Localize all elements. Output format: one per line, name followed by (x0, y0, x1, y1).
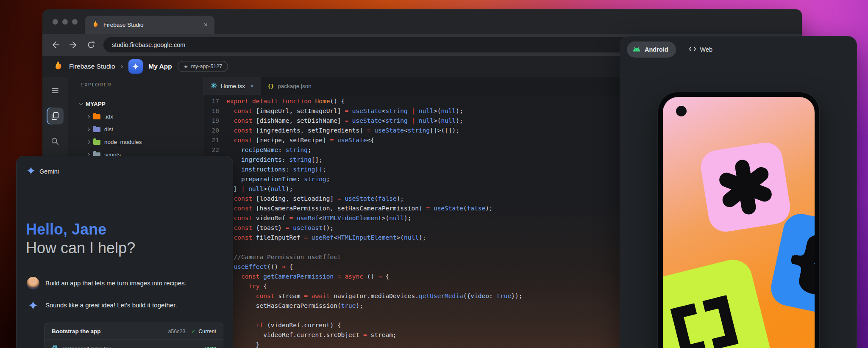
spark-icon (184, 64, 188, 69)
explorer-files-button[interactable] (47, 108, 64, 124)
firebase-flame-icon (53, 60, 64, 73)
json-braces-icon: {} (267, 83, 274, 89)
chat-message-text: Sounds like a great idea! Let's build it… (45, 299, 177, 312)
tree-item-node-modules[interactable]: node_modules (68, 135, 203, 148)
url-text: studio.firebase.google.com (112, 41, 185, 48)
react-icon (210, 82, 217, 90)
browser-tab[interactable]: Firebase Studio × (85, 16, 214, 34)
window-control-dot[interactable] (62, 19, 68, 25)
folder-icon (93, 114, 100, 119)
gemini-title: Gemini (39, 168, 59, 175)
editor-tab-package-json[interactable]: {} package.json (261, 77, 318, 95)
user-avatar (27, 277, 39, 290)
preview-tabs: Android Web (620, 36, 857, 58)
bracket-shapes (670, 295, 739, 348)
code-brackets-icon (689, 46, 696, 53)
commit-hash: a56c23 (168, 329, 185, 334)
reload-button[interactable] (86, 39, 97, 50)
chat-message-gemini: Sounds like a great idea! Let's build it… (27, 299, 223, 312)
chat-message-user: Build an app that lets me turn images in… (27, 277, 223, 290)
asterisk-shape (714, 156, 777, 219)
greeting-line1: Hello, Jane (26, 220, 223, 239)
check-icon: ✓ (191, 328, 196, 334)
browser-tab-title: Firebase Studio (103, 22, 144, 28)
project-id-badge[interactable]: my-app-5127 (178, 61, 228, 72)
tree-item-dist[interactable]: dist (68, 123, 203, 135)
file-path: src/pages/Home.tsx (62, 345, 204, 348)
task-card-file-row[interactable]: src/pages/Home.tsx +122 (45, 340, 223, 348)
chevron-right-icon (86, 114, 90, 119)
back-button[interactable] (50, 39, 61, 50)
tree-root-myapp[interactable]: MYAPP (68, 97, 203, 110)
task-card[interactable]: Bootstrap the app a56c23 ✓ Current src/p… (45, 323, 223, 348)
window-control-dot[interactable] (72, 19, 78, 25)
task-title: Bootstrap the app (52, 328, 168, 334)
chevron-down-icon (79, 101, 83, 105)
project-id: my-app-5127 (191, 64, 223, 69)
forward-button[interactable] (68, 39, 79, 50)
phone-screen: { (663, 97, 815, 348)
status-badge: Current (198, 329, 216, 334)
react-icon (52, 344, 58, 348)
tab-close-icon[interactable]: × (204, 21, 208, 29)
menu-button[interactable] (47, 82, 64, 99)
gemini-sparkle-icon (27, 299, 39, 312)
greeting-line2: How can I help? (26, 239, 223, 257)
folder-icon (93, 140, 100, 145)
file-tree: MYAPP .idx dist node_modules (68, 97, 203, 161)
brand-title[interactable]: Firebase Studio (69, 63, 115, 70)
task-card-header: Bootstrap the app a56c23 ✓ Current (45, 323, 223, 340)
gemini-header: Gemini (17, 156, 233, 176)
search-button[interactable] (47, 133, 64, 150)
curly-brace-shape: { (777, 224, 815, 296)
blue-tile: { (768, 211, 815, 320)
camera-punch-hole-icon (676, 106, 687, 116)
breadcrumb-separator: › (121, 62, 123, 71)
tab-web[interactable]: Web (689, 46, 713, 53)
explorer-title: EXPLORER (81, 82, 203, 87)
firebase-flame-icon (92, 20, 99, 30)
app-prototype-icon (128, 59, 143, 74)
chevron-right-icon (86, 127, 90, 131)
lime-tile (663, 256, 775, 348)
tab-close-icon[interactable]: × (250, 83, 254, 89)
phone-mockup: { (658, 92, 819, 348)
chat-message-text: Build an app that lets me turn images in… (45, 277, 186, 290)
device-preview-panel: Android Web { (620, 36, 857, 348)
gemini-sparkle-icon (27, 166, 35, 176)
diff-added-count: +122 (204, 345, 216, 348)
editor-tab-home-tsx[interactable]: Home.tsx × (203, 77, 261, 95)
tree-item-idx[interactable]: .idx (68, 110, 203, 123)
pink-tile (698, 140, 793, 234)
folder-icon (93, 127, 100, 132)
browser-tab-strip: Firebase Studio × (42, 9, 802, 34)
tab-android[interactable]: Android (627, 41, 676, 58)
project-name[interactable]: My App (148, 63, 172, 70)
gemini-greeting: Hello, Jane How can I help? (26, 220, 223, 257)
window-control-dot[interactable] (53, 19, 58, 25)
gemini-panel: Gemini Hello, Jane How can I help? Build… (16, 156, 233, 348)
window-controls[interactable] (53, 19, 78, 25)
chevron-right-icon (86, 140, 90, 144)
android-icon (632, 46, 641, 53)
